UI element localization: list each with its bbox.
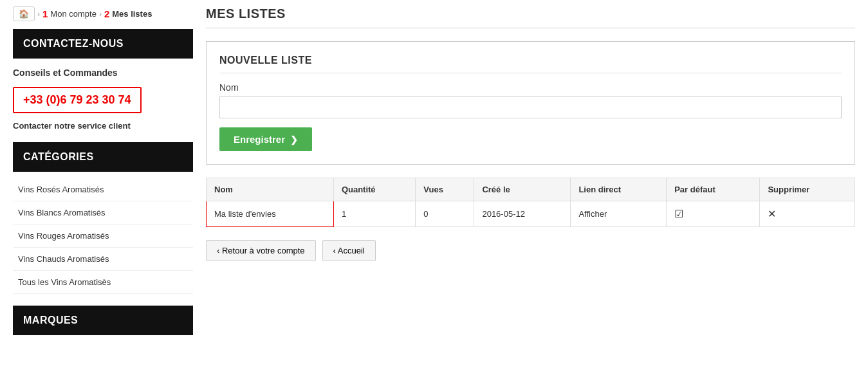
breadcrumb-num-2: 2 [104,8,109,19]
home-icon: 🏠 [19,9,29,19]
table-row: Ma liste d'envies 1 0 2016-05-12 Affiche… [207,201,855,227]
col-nom: Nom [207,178,334,201]
marques-title: MARQUES [13,306,193,335]
main-content: MES LISTES NOUVELLE LISTE Nom Enregistre… [206,6,855,342]
breadcrumb-sep-1: › [37,10,40,19]
list-lien-direct[interactable]: Afficher [571,201,667,227]
category-item-tous-vins[interactable]: Tous les Vins Aromatisès [13,271,193,294]
accueil-button[interactable]: ‹ Accueil [322,240,376,261]
enregistrer-button[interactable]: Enregistrer ❯ [219,127,312,151]
breadcrumb-sep-2: › [99,10,102,19]
retour-button[interactable]: ‹ Retour à votre compte [206,240,316,261]
accueil-label: ‹ Accueil [333,246,365,255]
category-item-vins-roses[interactable]: Vins Rosés Aromatisés [13,178,193,201]
nom-input[interactable] [219,97,842,118]
sidebar: 🏠 › 1 Mon compte › 2 Mes listes CONTACTE… [13,6,193,342]
categories-title: CATÉGORIES [13,142,193,172]
col-supprimer: Supprimer [760,178,855,201]
contact-title: CONTACTEZ-NOUS [13,29,193,59]
contact-label: Conseils et Commandes [13,65,193,80]
breadcrumb-mes-listes: Mes listes [112,9,152,19]
retour-label: ‹ Retour à votre compte [217,246,305,255]
new-list-title: NOUVELLE LISTE [219,55,842,73]
breadcrumb-mon-compte[interactable]: Mon compte [50,9,97,19]
contact-service-link[interactable]: Contacter notre service client [13,121,193,131]
enregistrer-label: Enregistrer [234,134,285,145]
bottom-buttons: ‹ Retour à votre compte ‹ Accueil [206,240,855,261]
checkbox-checked-icon: ☑ [674,208,683,219]
page-title: MES LISTES [206,6,855,28]
delete-icon[interactable]: ✕ [768,208,776,219]
col-par-defaut: Par défaut [667,178,760,201]
col-quantite: Quantité [333,178,415,201]
category-item-vins-blancs[interactable]: Vins Blancs Aromatisés [13,201,193,225]
col-lien-direct: Lien direct [571,178,667,201]
category-item-vins-chauds[interactable]: Vins Chauds Aromatisés [13,248,193,271]
list-par-defaut[interactable]: ☑ [667,201,760,227]
list-supprimer[interactable]: ✕ [760,201,855,227]
list-cree-le: 2016-05-12 [474,201,571,227]
list-name-cell[interactable]: Ma liste d'envies [207,201,334,227]
list-quantite: 1 [333,201,415,227]
breadcrumb-home[interactable]: 🏠 [13,6,35,21]
breadcrumb: 🏠 › 1 Mon compte › 2 Mes listes [13,6,193,21]
category-item-vins-rouges[interactable]: Vins Rouges Aromatisés [13,225,193,248]
form-label-nom: Nom [219,82,842,93]
col-vues: Vues [416,178,474,201]
new-list-box: NOUVELLE LISTE Nom Enregistrer ❯ [206,41,855,165]
lists-table: Nom Quantité Vues Créé le Lien direct Pa… [206,178,855,227]
list-vues: 0 [416,201,474,227]
category-list: Vins Rosés Aromatisés Vins Blancs Aromat… [13,178,193,294]
chevron-right-icon: ❯ [290,134,298,145]
phone-number[interactable]: +33 (0)6 79 23 30 74 [13,87,142,113]
breadcrumb-num-1: 1 [42,8,48,19]
col-cree-le: Créé le [474,178,571,201]
